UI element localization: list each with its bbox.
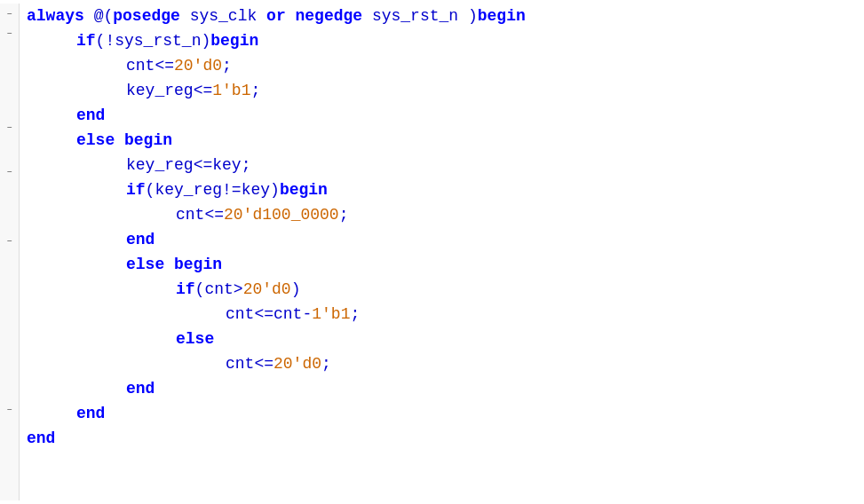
gutter-space-5 (4, 94, 16, 119)
kw-if2: if (126, 177, 146, 202)
ident-cnt2: cnt (176, 202, 204, 227)
op-paren6: ( (195, 277, 205, 302)
collapse-icon-2[interactable]: − (4, 25, 16, 44)
num-20d0-2: 20'd0 (243, 277, 291, 302)
num-1b1-2: 1'b1 (312, 302, 350, 327)
ident-key1: key (212, 153, 241, 177)
op-le1: <= (155, 53, 174, 78)
kw-always: always (27, 4, 94, 28)
gutter-space-9 (4, 183, 16, 208)
kw-negedge: negedge (295, 4, 371, 28)
op-at: @( (94, 4, 114, 28)
num-1b1: 1'b1 (212, 78, 250, 103)
ident-keyreg3: key_reg (155, 177, 222, 202)
code-lines: always @( posedge sys_clk or negedge sys… (20, 4, 864, 500)
kw-if1: if (76, 28, 96, 53)
code-line-17: end (27, 401, 864, 426)
kw-begin3: begin (124, 128, 172, 153)
gutter-space-12 (4, 252, 16, 277)
kw-end5: end (27, 426, 55, 451)
op-le5: <= (254, 302, 273, 327)
op-semi4: ; (339, 202, 349, 227)
kw-end3: end (126, 376, 155, 401)
collapse-icon-18[interactable]: − (4, 401, 16, 421)
ident-cnt6: cnt (226, 351, 254, 376)
kw-else3: else (176, 327, 214, 351)
ident-keyreg1: key_reg (126, 78, 194, 103)
op-paren-close: ) (468, 4, 478, 28)
gutter-space-10 (4, 208, 16, 232)
op-semi3: ; (242, 153, 251, 177)
gutter-space-7 (4, 138, 16, 163)
gutter-space-14 (4, 302, 16, 327)
code-line-6: else begin (27, 128, 864, 153)
code-line-15: cnt <= 20'd0 ; (27, 351, 864, 376)
op-semi2: ; (250, 78, 260, 103)
num-20d0-1: 20'd0 (174, 53, 222, 78)
code-line-5: end (27, 103, 864, 128)
kw-begin5: begin (174, 252, 222, 277)
gutter: − − − − − − (0, 4, 20, 500)
op-paren3: ) (201, 28, 210, 53)
code-line-4: key_reg <= 1'b1 ; (27, 78, 864, 103)
gutter-space-17 (4, 376, 16, 401)
ident-key2: key (242, 177, 270, 202)
gutter-space-16 (4, 351, 16, 376)
kw-or: or (266, 4, 295, 28)
kw-begin1: begin (478, 4, 526, 28)
collapse-icon-8[interactable]: − (4, 163, 16, 183)
num-20d100: 20'd100_0000 (224, 202, 339, 227)
ident-cnt5: cnt (273, 302, 302, 327)
gutter-space-4 (4, 69, 16, 94)
op-le2: <= (194, 78, 213, 103)
code-line-11: else begin (27, 252, 864, 277)
kw-begin2: begin (210, 28, 258, 53)
ident-cnt4: cnt (226, 302, 254, 327)
code-line-18: end (27, 426, 864, 451)
gutter-space-13 (4, 277, 16, 302)
op-paren7: ) (291, 277, 301, 302)
code-line-3: cnt <= 20'd0 ; (27, 53, 864, 78)
code-line-9: cnt <= 20'd100_0000 ; (27, 202, 864, 227)
op-paren2: (! (96, 28, 115, 53)
kw-end2: end (126, 227, 155, 252)
op-le6: <= (254, 351, 273, 376)
kw-posedge: posedge (113, 4, 189, 28)
code-line-16: end (27, 376, 864, 401)
code-line-13: cnt <= cnt - 1'b1 ; (27, 302, 864, 327)
op-neq: != (222, 177, 242, 202)
op-semi1: ; (222, 53, 232, 78)
code-line-1: always @( posedge sys_clk or negedge sys… (27, 4, 864, 28)
collapse-icon-1[interactable]: − (4, 5, 16, 25)
ident-cnt3: cnt (204, 277, 233, 302)
kw-else1: else (76, 128, 124, 153)
code-line-2: if (! sys_rst_n ) begin (27, 28, 864, 53)
op-paren5: ) (270, 177, 280, 202)
kw-if3: if (176, 277, 195, 302)
kw-begin4: begin (280, 177, 328, 202)
op-minus: - (302, 302, 312, 327)
code-line-10: end (27, 227, 864, 252)
gutter-space-3 (4, 44, 16, 69)
op-semi5: ; (350, 302, 360, 327)
op-le4: <= (204, 202, 224, 227)
op-gt: > (234, 277, 243, 302)
ident-keyreg2: key_reg (126, 153, 194, 177)
kw-end1: end (76, 103, 105, 128)
gutter-space-15 (4, 327, 16, 351)
collapse-icon-11[interactable]: − (4, 232, 16, 252)
code-line-8: if ( key_reg != key ) begin (27, 177, 864, 202)
code-line-12: if ( cnt > 20'd0 ) (27, 277, 864, 302)
ident-sysclk: sys_clk (190, 4, 266, 28)
op-semi6: ; (321, 351, 331, 376)
kw-end4: end (76, 401, 105, 426)
code-line-7: key_reg <= key ; (27, 153, 864, 177)
num-20d0-3: 20'd0 (273, 351, 321, 376)
op-paren4: ( (146, 177, 155, 202)
collapse-icon-6[interactable]: − (4, 119, 16, 138)
ident-sysrst: sys_rst_n (372, 4, 468, 28)
op-le3: <= (194, 153, 213, 177)
ident-sysrst2: sys_rst_n (115, 28, 201, 53)
ident-cnt1: cnt (126, 53, 155, 78)
kw-else2: else (126, 252, 174, 277)
